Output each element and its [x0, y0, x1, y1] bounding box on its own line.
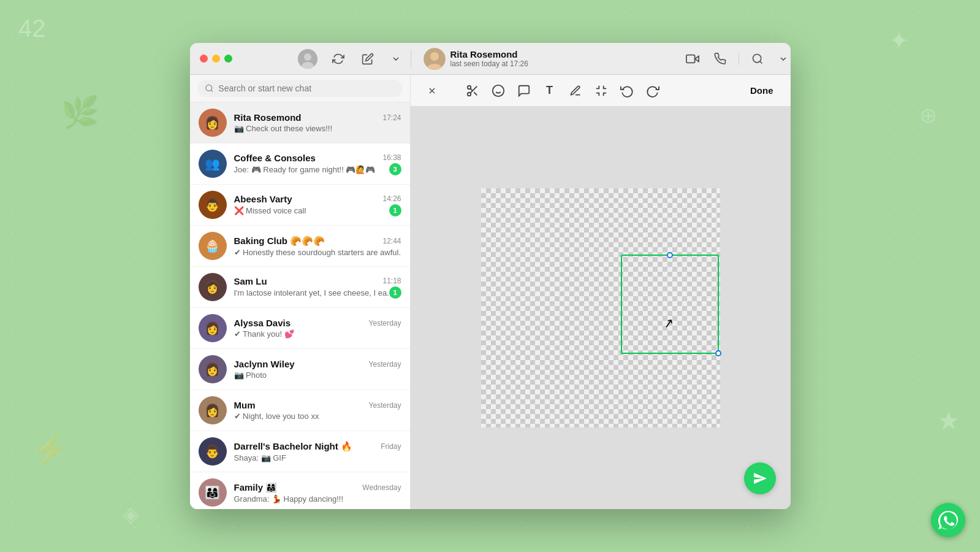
chat-list-item[interactable]: 👩 Jaclynn Wiley Yesterday 📷 Photo [190, 349, 410, 390]
chat-name: Jaclynn Wiley [234, 359, 295, 369]
svg-line-24 [474, 92, 477, 95]
minimize-traffic-light[interactable] [212, 55, 220, 63]
shape-tool[interactable] [512, 79, 536, 102]
chat-preview: Grandma: 💃 Happy dancing!!! [234, 494, 344, 504]
refresh-button[interactable] [330, 50, 347, 67]
chat-info: Darrell's Bachelor Night 🔥 Friday Shaya:… [234, 441, 401, 462]
search-input[interactable] [218, 83, 395, 93]
search-input-wrap[interactable] [197, 80, 403, 97]
chat-time: Yesterday [369, 319, 401, 328]
chat-name-row: Alyssa Davis Yesterday [234, 318, 401, 328]
app-window: Rita Rosemond last seen today at 17:26 [190, 43, 791, 509]
chat-name-row: Darrell's Bachelor Night 🔥 Friday [234, 441, 401, 452]
unread-badge: 3 [389, 163, 401, 175]
contact-avatar[interactable] [424, 48, 446, 70]
send-button[interactable] [744, 462, 776, 494]
new-chat-button[interactable] [359, 50, 376, 67]
video-call-button[interactable] [683, 50, 702, 68]
chat-preview: 📷 Photo [234, 370, 267, 380]
search-chat-button[interactable] [749, 50, 766, 67]
chat-name: Abeesh Varty [234, 194, 292, 204]
chat-preview: ✔ Night, love you too xx [234, 412, 319, 421]
chat-time: 17:24 [382, 113, 401, 122]
emoji-tool[interactable] [487, 79, 510, 102]
chat-avatar: 👨 [199, 191, 227, 219]
chat-name-row: Coffee & Consoles 16:38 [234, 153, 401, 163]
chat-name: Baking Club 🥐🥐🥐 [234, 236, 325, 247]
chat-list-item[interactable]: 👥 Coffee & Consoles 16:38 Joe: 🎮 Ready f… [190, 144, 410, 185]
done-button[interactable]: Done [743, 82, 781, 99]
chat-list: 👩 Rita Rosemond 17:24 📷 Check out these … [190, 102, 410, 509]
chat-name: Darrell's Bachelor Night 🔥 [234, 441, 352, 452]
chat-time: Yesterday [369, 401, 401, 410]
chat-time: Wednesday [362, 483, 401, 492]
sticker-container: Life is Ruff ↗ [481, 188, 720, 427]
editor-toolbar: T [411, 75, 791, 107]
chat-time: 14:26 [382, 194, 401, 203]
chat-avatar: 👩 [199, 396, 227, 424]
svg-marker-13 [694, 56, 698, 61]
svg-point-21 [467, 85, 471, 89]
dropdown-button[interactable] [389, 52, 403, 66]
chat-list-item[interactable]: 👩 Sam Lu 11:18 I'm lactose intolerant ye… [190, 267, 410, 308]
user-avatar[interactable] [298, 49, 317, 69]
svg-point-11 [430, 52, 439, 61]
svg-point-26 [492, 85, 503, 96]
chat-name: Sam Lu [234, 276, 267, 286]
crop-tool[interactable] [590, 79, 613, 102]
chat-area: T [411, 75, 791, 509]
chat-list-item[interactable]: 👨‍👩‍👧 Family 👨‍👩‍👧 Wednesday Grandma: 💃 … [190, 472, 410, 509]
chat-name-row: Abeesh Varty 14:26 [234, 194, 401, 204]
close-editor-button[interactable] [420, 79, 444, 102]
fullscreen-traffic-light[interactable] [224, 55, 232, 63]
text-tool[interactable]: T [538, 79, 561, 102]
editor-canvas[interactable]: Life is Ruff ↗ [411, 107, 791, 509]
svg-text:⚡: ⚡ [31, 431, 69, 468]
search-bar [190, 75, 410, 102]
chat-name: Mum [234, 400, 256, 410]
chat-list-item[interactable]: 🧁 Baking Club 🥐🥐🥐 12:44 ✔ Honestly these… [190, 226, 410, 267]
chat-name: Rita Rosemond [234, 112, 302, 123]
scissors-tool[interactable] [461, 79, 484, 102]
chat-name: Alyssa Davis [234, 318, 291, 328]
chat-list-item[interactable]: 👨 Abeesh Varty 14:26 ❌ Missed voice call… [190, 185, 410, 226]
svg-point-17 [205, 85, 211, 91]
contact-name: Rita Rosemond [450, 49, 683, 59]
whatsapp-logo[interactable] [931, 503, 965, 537]
chat-avatar: 👨‍👩‍👧 [199, 478, 227, 507]
chat-list-item[interactable]: 👩 Rita Rosemond 17:24 📷 Check out these … [190, 102, 410, 144]
chat-name-row: Baking Club 🥐🥐🥐 12:44 [234, 236, 401, 247]
chat-time: Yesterday [369, 360, 401, 369]
close-traffic-light[interactable] [200, 55, 208, 63]
chat-avatar: 👩 [199, 314, 227, 342]
contact-status: last seen today at 17:26 [450, 59, 683, 68]
more-options-button[interactable] [776, 52, 791, 66]
search-icon [205, 83, 214, 93]
chat-preview: 📷 Check out these views!!! [234, 124, 333, 133]
chat-name-row: Family 👨‍👩‍👧 Wednesday [234, 482, 401, 493]
traffic-lights [190, 55, 298, 63]
chat-preview: ✔ Thank you! 💕 [234, 329, 294, 339]
chat-list-item[interactable]: 👩 Mum Yesterday ✔ Night, love you too xx [190, 390, 410, 431]
chat-info: Rita Rosemond 17:24 📷 Check out these vi… [234, 112, 401, 133]
header-divider [739, 53, 739, 65]
chat-avatar: 👩 [199, 109, 227, 137]
phone-call-button[interactable] [712, 50, 729, 67]
chat-avatar: 👩 [199, 273, 227, 301]
chat-info: Alyssa Davis Yesterday ✔ Thank you! 💕 [234, 318, 401, 339]
svg-text:🌿: 🌿 [61, 94, 100, 131]
chat-name-row: Rita Rosemond 17:24 [234, 112, 401, 123]
svg-text:✦: ✦ [889, 27, 910, 54]
chat-header: Rita Rosemond last seen today at 17:26 [411, 48, 791, 70]
chat-name: Family 👨‍👩‍👧 [234, 482, 278, 493]
svg-line-18 [211, 90, 213, 92]
redo-tool[interactable] [641, 79, 664, 102]
chat-time: 12:44 [382, 237, 401, 245]
pen-tool[interactable] [564, 79, 587, 102]
chat-info: Baking Club 🥐🥐🥐 12:44 ✔ Honestly these s… [234, 236, 401, 257]
chat-time: 11:18 [382, 277, 401, 285]
undo-tool[interactable] [615, 79, 639, 102]
svg-text:★: ★ [938, 407, 960, 434]
chat-list-item[interactable]: 👩 Alyssa Davis Yesterday ✔ Thank you! 💕 [190, 308, 410, 349]
chat-list-item[interactable]: 👨 Darrell's Bachelor Night 🔥 Friday Shay… [190, 431, 410, 472]
